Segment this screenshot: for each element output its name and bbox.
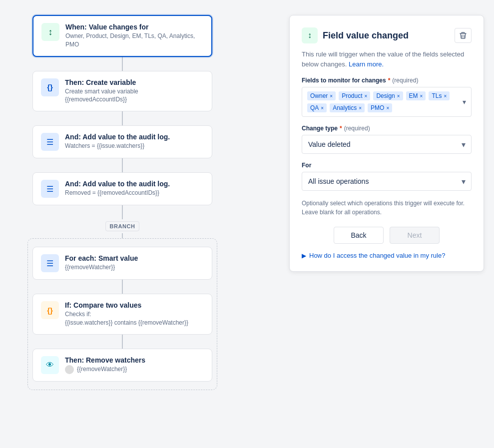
audit-2-icon: ☰	[41, 180, 59, 198]
if-compare-content: If: Compare two values Checks if: {{issu…	[65, 301, 204, 327]
connector-1	[122, 57, 123, 71]
tags-dropdown-arrow: ▾	[463, 98, 466, 106]
required-note: (required)	[392, 77, 418, 84]
audit-1-subtitle: Watchers = {{issue.watchers}}	[65, 142, 204, 150]
create-var-icon: {}	[41, 78, 59, 96]
back-button[interactable]: Back	[334, 227, 384, 244]
for-each-subtitle: {{removeWatcher}}	[65, 263, 204, 272]
remove-watchers-node[interactable]: 👁 Then: Remove watchers {{removeWatcher}…	[32, 349, 212, 382]
trigger-subtitle: Owner, Product, Design, EM, TLs, QA, Ana…	[65, 32, 203, 49]
for-label: For	[302, 162, 472, 169]
right-panel: ↕ Field value changed This rule will tri…	[289, 15, 484, 272]
tag-design-remove[interactable]: ×	[397, 93, 400, 99]
for-select-wrapper: All issue operations Create Edit Transit…	[302, 172, 472, 191]
branch-label: BRANCH	[105, 221, 140, 231]
learn-more-link[interactable]: Learn more.	[349, 60, 384, 68]
audit-2-subtitle: Removed = {{removedAccountIDs}}	[65, 189, 204, 197]
change-type-select[interactable]: Value deleted Value added Value changed	[302, 135, 472, 154]
branch-container: BRANCH ☰ For each: Smart value {{removeW…	[32, 219, 212, 390]
faq-row[interactable]: ▶ How do I access the changed value in m…	[302, 252, 472, 259]
trigger-title: When: Value changes for	[65, 23, 203, 31]
connector-6	[122, 280, 123, 294]
tag-owner-remove[interactable]: ×	[330, 93, 333, 99]
remove-watchers-subtitle-row: {{removeWatcher}}	[65, 365, 204, 374]
panel-trigger-icon: ↕	[302, 27, 318, 43]
workflow-panel: ↕ When: Value changes for Owner, Product…	[0, 0, 245, 448]
tag-pmo-remove[interactable]: ×	[386, 105, 389, 111]
audit-1-title: And: Add value to the audit log.	[65, 133, 204, 141]
change-type-note: (required)	[344, 125, 370, 132]
panel-description: This rule will trigger when the value of…	[302, 49, 472, 69]
connector-2	[122, 111, 123, 125]
connector-7	[122, 335, 123, 349]
if-compare-icon: {}	[41, 301, 59, 319]
next-button[interactable]: Next	[390, 227, 440, 244]
faq-arrow-icon: ▶	[302, 252, 306, 259]
tag-analytics-remove[interactable]: ×	[359, 105, 362, 111]
create-var-content: Then: Create variable Create smart value…	[65, 78, 204, 104]
remove-watchers-icon: 👁	[41, 356, 59, 374]
tag-pmo[interactable]: PMO ×	[368, 103, 392, 112]
audit-log-1-node[interactable]: ☰ And: Add value to the audit log. Watch…	[32, 125, 212, 158]
tag-tls[interactable]: TLs ×	[429, 91, 450, 100]
tag-qa[interactable]: QA ×	[307, 103, 327, 112]
tag-product[interactable]: Product ×	[339, 91, 370, 100]
change-type-select-wrapper: Value deleted Value added Value changed …	[302, 135, 472, 154]
trigger-node[interactable]: ↕ When: Value changes for Owner, Product…	[32, 15, 212, 57]
for-each-icon: ☰	[41, 254, 59, 272]
trash-icon	[459, 31, 467, 39]
tag-analytics[interactable]: Analytics ×	[330, 103, 365, 112]
audit-1-content: And: Add value to the audit log. Watcher…	[65, 133, 204, 150]
if-compare-node[interactable]: {} If: Compare two values Checks if: {{i…	[32, 294, 212, 335]
tag-owner[interactable]: Owner ×	[307, 91, 336, 100]
panel-title: Field value changed	[323, 30, 409, 41]
fields-label: Fields to monitor for changes * (require…	[302, 77, 472, 84]
audit-2-content: And: Add value to the audit log. Removed…	[65, 180, 204, 197]
tags-container[interactable]: Owner × Product × Design × EM × TLs × QA…	[302, 87, 472, 117]
create-var-sub2: {{removedAccountIDs}}	[65, 95, 204, 104]
required-star: *	[388, 77, 391, 84]
connector-4	[122, 205, 123, 219]
for-each-node[interactable]: ☰ For each: Smart value {{removeWatcher}…	[32, 247, 212, 280]
change-type-star: *	[340, 125, 342, 132]
audit-log-2-node[interactable]: ☰ And: Add value to the audit log. Remov…	[32, 172, 212, 205]
panel-header: ↕ Field value changed	[302, 27, 472, 43]
panel-title-group: ↕ Field value changed	[302, 27, 409, 43]
change-type-label: Change type * (required)	[302, 125, 472, 132]
for-select[interactable]: All issue operations Create Edit Transit…	[302, 172, 472, 191]
remove-watchers-title: Then: Remove watchers	[65, 356, 204, 364]
tag-em[interactable]: EM ×	[406, 91, 426, 100]
branch-outer: ☰ For each: Smart value {{removeWatcher}…	[27, 238, 217, 390]
faq-text: How do I access the changed value in my …	[309, 252, 445, 259]
remove-watchers-subtitle: {{removeWatcher}}	[77, 365, 127, 374]
if-compare-sub1: Checks if:	[65, 310, 204, 319]
delete-button[interactable]	[455, 28, 472, 43]
for-each-content: For each: Smart value {{removeWatcher}}	[65, 254, 204, 272]
remove-watchers-content: Then: Remove watchers {{removeWatcher}}	[65, 356, 204, 374]
create-var-node[interactable]: {} Then: Create variable Create smart va…	[32, 71, 212, 112]
create-var-sub1: Create smart value variable	[65, 87, 204, 96]
create-var-title: Then: Create variable	[65, 78, 204, 86]
audit-2-title: And: Add value to the audit log.	[65, 180, 204, 188]
tag-tls-remove[interactable]: ×	[444, 93, 447, 99]
trigger-content: When: Value changes for Owner, Product, …	[65, 23, 203, 49]
button-row: Back Next	[302, 227, 472, 244]
if-compare-sub2: {{issue.watchers}} contains {{removeWatc…	[65, 319, 204, 327]
tag-design[interactable]: Design ×	[373, 91, 403, 100]
connector-3	[122, 158, 123, 172]
for-description: Optionally select which operations this …	[302, 199, 472, 217]
trigger-icon: ↕	[41, 23, 59, 41]
connector-5	[122, 233, 123, 238]
audit-1-icon: ☰	[41, 133, 59, 151]
tag-product-remove[interactable]: ×	[365, 93, 368, 99]
avatar	[65, 365, 74, 374]
tag-em-remove[interactable]: ×	[420, 93, 423, 99]
if-compare-title: If: Compare two values	[65, 301, 204, 309]
tag-qa-remove[interactable]: ×	[321, 105, 324, 111]
for-each-title: For each: Smart value	[65, 254, 204, 262]
